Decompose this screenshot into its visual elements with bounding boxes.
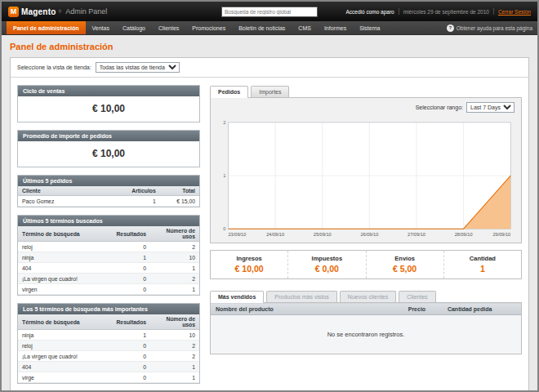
table-row: reloj02 — [18, 242, 199, 252]
stat-cantidad: Cantidad 1 — [444, 251, 521, 278]
stat-value: 1 — [444, 264, 521, 274]
tab-mas-vendidos[interactable]: Más vendidos — [210, 291, 264, 303]
header-divider — [493, 8, 494, 15]
header-divider — [399, 8, 399, 15]
last-orders-panel: Últimos 5 pedidos ClienteArtículosTotal … — [17, 175, 200, 207]
table-cell: 0 — [112, 274, 150, 284]
table-row: virgen01 — [18, 284, 199, 295]
last-orders-table: ClienteArtículosTotal Paco Gomez1€ 15,00 — [18, 186, 199, 207]
table-cell: 1 — [112, 196, 159, 207]
tab-importes[interactable]: Importes — [251, 86, 289, 97]
global-search-input[interactable] — [221, 7, 318, 17]
table-cell: 0 — [112, 341, 150, 351]
x-axis-label: 28/09/10 — [455, 232, 473, 237]
last-search-panel: Últimos 5 términos buscados Término de b… — [17, 215, 200, 296]
y-axis-label: 1 — [223, 173, 225, 178]
page-title: Panel de administración — [10, 42, 529, 51]
x-axis-label: 23/09/10 — [228, 232, 246, 237]
left-column: Ciclo de ventas € 10,00 Promedio de impo… — [17, 85, 200, 390]
brand: M Magento ® Admin Panel — [8, 7, 221, 17]
table-cell: ninja — [18, 252, 112, 263]
table-cell: 0 — [112, 263, 150, 274]
stat-ingresos: Ingresos € 10,00 — [211, 251, 288, 278]
nav-item-sistema[interactable]: Sistema — [353, 21, 386, 34]
nav-item-catalogo[interactable]: Catálogo — [116, 21, 152, 34]
panel-title: Ciclo de ventas — [18, 86, 199, 96]
column-header: Total — [160, 186, 199, 196]
x-axis-label: 24/09/10 — [266, 232, 284, 237]
x-axis-label: 29/09/10 — [492, 232, 510, 237]
nav-item-cms[interactable]: CMS — [292, 21, 318, 34]
nav-item-boletin[interactable]: Boletín de noticias — [232, 21, 292, 34]
stat-value: € 10,00 — [211, 264, 287, 274]
main-nav: Panel de administración Ventas Catálogo … — [2, 21, 537, 35]
column-header: Artículos — [112, 186, 159, 196]
table-cell: 404 — [18, 263, 112, 274]
products-table: Nombre del productoPrecioCantidad pedida… — [210, 302, 522, 354]
tab-nuevos-clientes[interactable]: Nuevos clientes — [340, 291, 396, 302]
table-cell: 2 — [150, 242, 199, 252]
tab-pedidos[interactable]: Pedidos — [210, 86, 248, 98]
column-header: Resultados — [112, 226, 150, 242]
column-header: Precio — [403, 303, 443, 315]
orders-chart: 23/09/1024/09/1025/09/1026/09/1027/09/10… — [216, 117, 516, 239]
y-axis-label: 0 — [223, 226, 226, 231]
chart-box: Seleccionar rango: Last 7 Days 23/09/102… — [210, 97, 522, 243]
page: Panel de administración Seleccione la vi… — [2, 35, 537, 390]
x-axis-label: 26/09/10 — [360, 232, 378, 237]
table-cell: ¡La virgen que cuadro! — [18, 274, 112, 284]
panel-title: Últimos 5 pedidos — [18, 176, 199, 186]
column-header: Cliente — [18, 186, 112, 196]
table-cell: 404 — [18, 362, 112, 372]
sales-cycle-panel: Ciclo de ventas € 10,00 — [17, 85, 200, 122]
table-cell: 2 — [150, 274, 199, 284]
help-label: Obtener ayuda para esta página — [457, 25, 532, 31]
nav-item-dashboard[interactable]: Panel de administración — [7, 21, 86, 34]
nav-item-ventas[interactable]: Ventas — [86, 21, 116, 34]
tab-productos-mas-vistos[interactable]: Productos más vistos — [266, 291, 337, 302]
table-row: ninja110 — [18, 330, 199, 341]
column-header: Término de búsqueda — [18, 226, 112, 242]
help-icon: ? — [447, 24, 454, 32]
header-meta: Accedió como aparo miércoles 29 de septi… — [318, 8, 531, 15]
nav-item-informes[interactable]: Informes — [318, 21, 353, 34]
range-select[interactable]: Last 7 Days — [466, 102, 514, 113]
table-cell: 0 — [112, 284, 150, 295]
column-header: Nombre del producto — [211, 303, 403, 315]
table-cell: virgen — [18, 284, 112, 295]
table-row: reloj02 — [18, 341, 199, 351]
table-cell: 1 — [150, 284, 199, 295]
stat-label: Cantidad — [444, 255, 521, 262]
stat-envios: Envíos € 5,00 — [367, 251, 444, 278]
dashboard-columns: Ciclo de ventas € 10,00 Promedio de impo… — [11, 78, 528, 390]
panel-title: Últimos 5 términos buscados — [18, 216, 199, 226]
logout-link[interactable]: Cerrar Sesión — [498, 9, 531, 15]
y-axis-label: 2 — [223, 120, 225, 125]
table-cell: reloj — [18, 242, 112, 252]
stat-impuestos: Impuestos € 0,00 — [288, 251, 366, 278]
range-label: Seleccionar rango: — [416, 105, 463, 110]
nav-item-clientes[interactable]: Clientes — [152, 21, 185, 34]
help-link[interactable]: ? Obtener ayuda para esta página — [447, 21, 532, 34]
report-tabs: Pedidos Importes — [210, 85, 522, 97]
table-cell: 1 — [150, 263, 199, 274]
store-view-select[interactable]: Todas las vistas de tienda — [96, 62, 180, 73]
last-search-table: Término de búsquedaResultadosNúmero de u… — [18, 226, 199, 295]
table-cell: 1 — [112, 330, 150, 341]
brand-suffix: Admin Panel — [65, 7, 107, 16]
table-cell: 0 — [112, 362, 150, 372]
magento-admin-window: M Magento ® Admin Panel Accedió como apa… — [0, 0, 539, 392]
empty-message: No se encontraron registros. — [211, 315, 522, 354]
table-cell: 0 — [112, 242, 150, 252]
stat-label: Ingresos — [211, 255, 287, 262]
column-header: Número de usos — [150, 226, 199, 242]
table-cell: ninja — [18, 330, 112, 341]
table-cell: 10 — [150, 252, 199, 263]
table-cell: € 15,00 — [160, 196, 199, 207]
column-header: Cantidad pedida — [443, 303, 522, 315]
tab-clientes[interactable]: Clientes — [399, 291, 435, 302]
table-row: 40401 — [18, 362, 199, 372]
magento-logo-icon: M — [8, 7, 19, 17]
table-cell: 1 — [112, 252, 150, 263]
nav-item-promociones[interactable]: Promociones — [185, 21, 232, 34]
